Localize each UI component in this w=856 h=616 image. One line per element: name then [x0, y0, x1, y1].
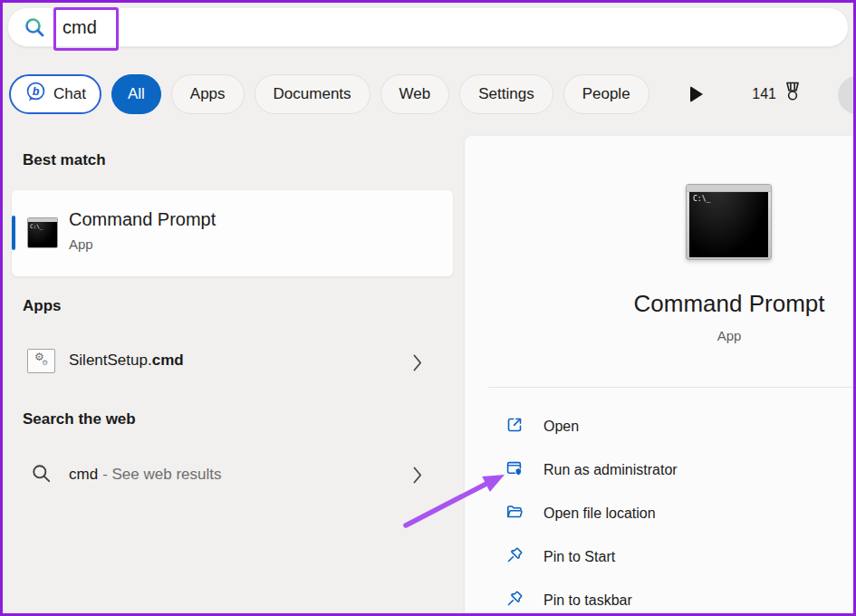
best-match-result[interactable]: C:\_ Command Prompt App [12, 190, 453, 276]
tab-settings[interactable]: Settings [459, 74, 553, 114]
windows-search-panel: b Chat All Apps Documents Web Settings P… [0, 0, 856, 616]
tab-apps-label: Apps [190, 85, 226, 103]
svg-text:b: b [33, 85, 40, 98]
bing-chat-icon: b [24, 81, 47, 108]
action-pin-to-taskbar[interactable]: Pin to taskbar [489, 579, 851, 616]
tab-people[interactable]: People [563, 74, 649, 114]
preview-title: Command Prompt [593, 290, 856, 318]
rewards-group[interactable]: 141 [752, 81, 803, 109]
tab-apps[interactable]: Apps [171, 74, 245, 114]
chevron-right-icon[interactable] [412, 467, 423, 487]
rewards-medal-icon [782, 81, 803, 109]
apps-heading: Apps [23, 297, 62, 315]
tab-all-label: All [128, 85, 145, 103]
selection-accent-bar [12, 216, 15, 250]
preview-subtitle: App [593, 328, 856, 343]
search-bar[interactable] [7, 7, 849, 47]
action-list: Open Run as administrator [489, 405, 851, 616]
chevron-right-icon[interactable] [412, 354, 423, 375]
pin-icon [505, 590, 524, 611]
rewards-count: 141 [752, 86, 776, 102]
command-prompt-icon: C:\_ [27, 217, 58, 248]
tab-web-label: Web [399, 85, 431, 103]
action-open[interactable]: Open [489, 405, 851, 448]
best-match-subtitle: App [69, 236, 93, 252]
best-match-heading: Best match [23, 151, 106, 169]
action-pin-to-start[interactable]: Pin to Start [489, 535, 851, 579]
tab-documents[interactable]: Documents [255, 74, 370, 114]
action-open-file-location[interactable]: Open file location [489, 492, 851, 535]
best-match-title: Command Prompt [69, 209, 216, 230]
run-as-administrator-icon [505, 459, 524, 481]
tab-people-label: People [582, 85, 630, 103]
search-input[interactable] [61, 16, 698, 39]
command-prompt-icon-large: C:\_ [686, 184, 772, 260]
more-filters-icon[interactable] [690, 86, 703, 102]
pin-icon [505, 546, 524, 568]
search-filter-tabs: b Chat All Apps Documents Web Settings P… [9, 72, 847, 116]
tab-settings-label: Settings [478, 85, 534, 103]
action-run-as-administrator[interactable]: Run as administrator [489, 448, 851, 492]
tab-chat-label: Chat [53, 85, 86, 103]
divider [488, 387, 853, 388]
tab-all[interactable]: All [111, 74, 161, 114]
search-icon [23, 15, 46, 39]
web-result-label: cmd- See web results [69, 466, 221, 484]
folder-icon [505, 503, 524, 525]
batch-file-icon: ⚙⚙ [27, 349, 55, 373]
tab-web[interactable]: Web [380, 74, 450, 114]
tab-chat[interactable]: b Chat [9, 74, 101, 114]
app-result-label: SilentSetup.cmd [69, 351, 184, 370]
search-web-heading: Search the web [23, 410, 136, 428]
web-search-icon [31, 463, 53, 488]
preview-panel: C:\_ Command Prompt App Open [465, 136, 856, 616]
tab-documents-label: Documents [274, 85, 351, 103]
open-icon [505, 416, 524, 438]
